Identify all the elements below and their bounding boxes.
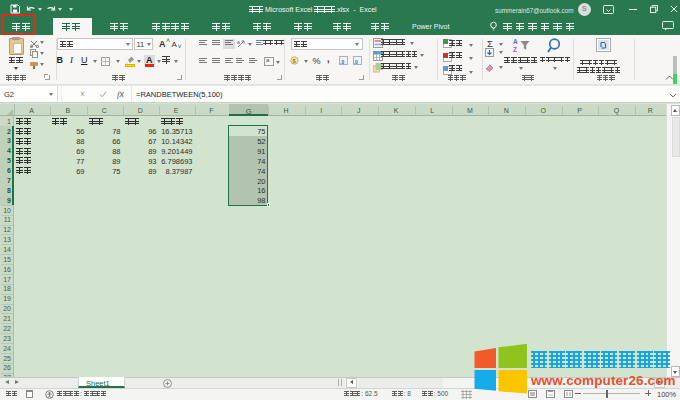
- svg-text:a: a: [237, 39, 240, 45]
